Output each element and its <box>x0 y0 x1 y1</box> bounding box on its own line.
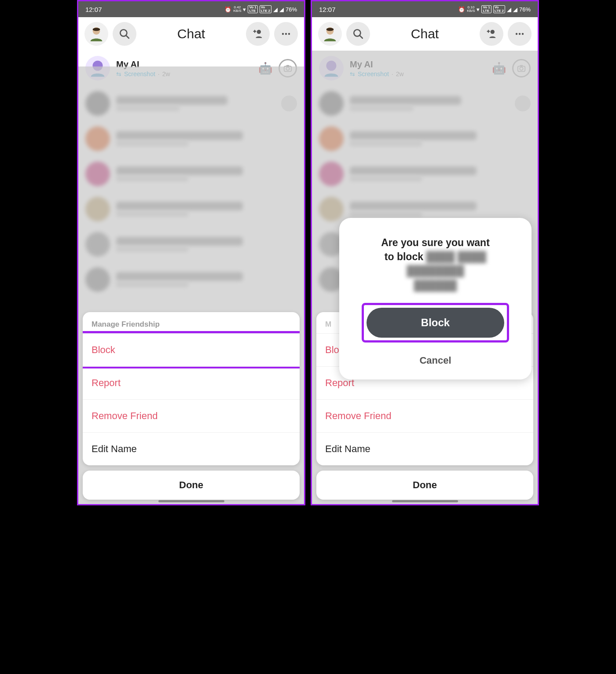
remove-friend-option[interactable]: Remove Friend <box>316 399 533 432</box>
wifi-icon: ▾ <box>243 6 246 13</box>
svg-point-5 <box>285 33 287 35</box>
more-button[interactable] <box>274 22 298 46</box>
block-confirm-dialog: Are you sure you want to block ████ ████… <box>339 218 532 379</box>
signal-icon: ◢ <box>507 6 511 13</box>
svg-line-12 <box>359 35 363 38</box>
status-right: ⏰ 0.10KB/S ▾ Vo 1LTE VoLTE 2 ◢ ◢ 76% <box>458 5 531 13</box>
edit-name-option[interactable]: Edit Name <box>83 432 300 465</box>
remove-friend-option[interactable]: Remove Friend <box>83 399 300 432</box>
status-time: 12:07 <box>85 6 102 13</box>
more-icon <box>514 29 525 39</box>
svg-point-6 <box>288 33 290 35</box>
add-user-icon <box>485 28 498 40</box>
add-friend-button[interactable] <box>246 22 270 46</box>
status-bar: 12:07 ⏰ 0.10KB/S ▾ Vo 1LTE VoLTE 2 ◢ ◢ 7… <box>312 1 538 17</box>
lte2-badge: VoLTE 2 <box>493 5 505 13</box>
chat-header: Chat <box>312 17 538 51</box>
alarm-icon: ⏰ <box>224 6 231 13</box>
lte1-badge: Vo 1LTE <box>248 5 257 13</box>
svg-point-4 <box>282 33 284 35</box>
home-indicator[interactable] <box>158 500 224 502</box>
more-button[interactable] <box>508 22 532 46</box>
chat-list: My AI ⇆ Screenshot · 2w 🤖 .. .. .. .. ..… <box>78 51 304 504</box>
manage-friendship-sheet: Manage Friendship Block Report Remove Fr… <box>83 312 300 500</box>
lte2-badge: VoLTE 2 <box>260 5 271 13</box>
home-indicator[interactable] <box>392 500 458 502</box>
signal-icon: ◢ <box>273 6 278 13</box>
done-button[interactable]: Done <box>83 471 300 500</box>
svg-point-3 <box>257 30 261 34</box>
wifi-icon: ▾ <box>477 6 480 13</box>
search-icon <box>352 28 364 40</box>
svg-point-13 <box>491 30 495 34</box>
add-user-icon <box>252 28 264 40</box>
svg-point-14 <box>516 33 517 35</box>
profile-avatar[interactable] <box>318 22 342 46</box>
battery-percent: 76% <box>519 6 531 13</box>
phone-left-screenshot: 12:07 ⏰ 0.42KB/S ▾ Vo 1LTE VoLTE 2 ◢ ◢ 7… <box>77 0 305 505</box>
report-option[interactable]: Report <box>83 366 300 399</box>
more-icon <box>281 29 291 39</box>
page-title: Chat <box>374 26 475 41</box>
chat-header: Chat <box>78 17 304 51</box>
status-time: 12:07 <box>319 6 336 13</box>
search-icon <box>119 28 130 40</box>
search-button[interactable] <box>113 22 136 46</box>
lte1-badge: Vo 1LTE <box>481 5 491 13</box>
battery-percent: 76% <box>286 6 297 13</box>
search-button[interactable] <box>346 22 370 46</box>
signal-icon-2: ◢ <box>279 6 284 13</box>
alarm-icon: ⏰ <box>458 6 465 13</box>
svg-point-16 <box>522 33 524 35</box>
add-friend-button[interactable] <box>480 22 503 46</box>
edit-name-option[interactable]: Edit Name <box>316 432 533 465</box>
confirm-block-button[interactable]: Block <box>367 308 504 338</box>
chat-list: My AI ⇆ Screenshot · 2w 🤖 .. .. .. .. ..… <box>312 51 538 504</box>
dialog-message: Are you sure you want to block ████ ████… <box>352 236 519 292</box>
cancel-button[interactable]: Cancel <box>352 347 519 369</box>
svg-point-15 <box>519 33 521 35</box>
done-button[interactable]: Done <box>316 471 533 500</box>
status-right: ⏰ 0.42KB/S ▾ Vo 1LTE VoLTE 2 ◢ ◢ 76% <box>224 5 297 13</box>
page-title: Chat <box>141 26 242 41</box>
svg-line-2 <box>126 35 129 38</box>
profile-avatar[interactable] <box>84 22 108 46</box>
block-option[interactable]: Block <box>83 333 300 366</box>
status-bar: 12:07 ⏰ 0.42KB/S ▾ Vo 1LTE VoLTE 2 ◢ ◢ 7… <box>78 1 304 17</box>
phone-right-screenshot: 12:07 ⏰ 0.10KB/S ▾ Vo 1LTE VoLTE 2 ◢ ◢ 7… <box>311 0 539 505</box>
signal-icon-2: ◢ <box>513 6 517 13</box>
sheet-title: Manage Friendship <box>83 312 300 333</box>
